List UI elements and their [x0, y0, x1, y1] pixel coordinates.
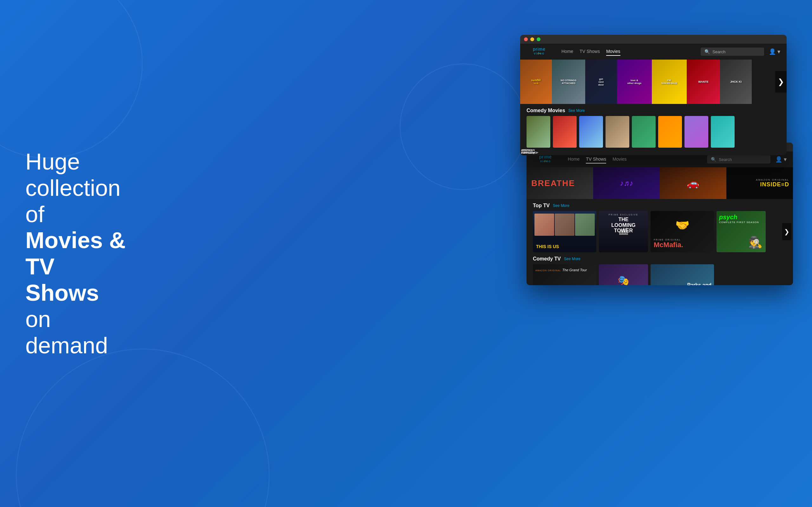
comedy2-icon: 🎭	[618, 275, 629, 285]
poster-strip-next[interactable]: ❯	[775, 71, 786, 93]
breathe-title: BREATHE	[531, 178, 575, 188]
hero-car[interactable]: 🚗	[660, 167, 726, 199]
thumb-mcmafia[interactable]: 🤝 PRIME ORIGINAL McMafia.	[651, 211, 714, 252]
comedy-movies-title: Comedy Movies	[526, 108, 565, 113]
thumb-road-trip[interactable]: ROAD TRIP	[579, 116, 603, 148]
thumb-flipped[interactable]: FLIPPED	[684, 116, 708, 148]
window-tvshows: prime video ⌒ Home TV Shows Movies 🔍 Sea…	[526, 143, 793, 285]
poster-no-strings[interactable]: NO STRINGSATTACHED	[552, 60, 585, 104]
search-icon-top: 🔍	[705, 49, 710, 54]
mcmafia-label: PRIME ORIGINAL McMafia.	[654, 239, 683, 249]
nav-movies-top[interactable]: Movies	[606, 48, 620, 56]
poster-strip-top: நடிகனின்படம் NO STRINGSATTACHED girlnext…	[520, 60, 786, 104]
thumb-this-is-us[interactable]: THIS IS US	[533, 211, 596, 252]
poster-label-3: girlnextdoor	[597, 76, 605, 88]
search-bar-top[interactable]: 🔍 Search	[701, 48, 764, 56]
logo-arrow-top: ⌒	[537, 55, 542, 57]
prime-exclusive: PRIME EXCLUSIVE	[599, 214, 648, 216]
hero-inside-ed[interactable]: AMAZON ORIGINAL INSIDE≡D	[726, 167, 793, 199]
psych-title: psych	[719, 214, 738, 221]
amazon-original-label: AMAZON ORIGINAL	[756, 178, 789, 181]
navbar-top: prime video ⌒ Home TV Shows Movies 🔍 Sea…	[520, 44, 786, 60]
poster-love-drugs[interactable]: love &other drugs	[617, 60, 652, 104]
top-tv-title: Top TV	[533, 203, 550, 209]
car-label: 🚗	[687, 177, 699, 189]
poster-jhck[interactable]: JHCK KI	[720, 60, 752, 104]
nav-links-bottom: Home TV Shows Movies	[568, 155, 707, 164]
parks-rec-title: Parks andRecreation	[685, 282, 711, 285]
thumb-american-pie[interactable]: AMERICANPIE 2	[658, 116, 682, 148]
poster-label-6: WANTE	[697, 79, 710, 84]
comedy-movies-row: KNOCKED UP AIRPLANE! ROAD TRIP ALVIN AND…	[520, 116, 786, 148]
poster-label-5: PIENAKED MILE	[660, 78, 678, 86]
mcmafia-title: McMafia.	[654, 241, 683, 249]
headline-part1: Huge collection of	[26, 149, 140, 227]
poster-indian-film[interactable]: நடிகனின்படம்	[520, 60, 552, 104]
headline-part2: ondemand	[26, 306, 140, 359]
window-movies: prime video ⌒ Home TV Shows Movies 🔍 Sea…	[520, 35, 786, 155]
nav-tvshows-top[interactable]: TV Shows	[579, 48, 600, 56]
prime-logo-top: prime video ⌒	[526, 47, 552, 57]
nav-home-bottom[interactable]: Home	[568, 155, 579, 164]
thumb-more-comedy[interactable]	[711, 116, 734, 148]
psych-label: psych COMPLETE FIRST SEASON	[719, 214, 759, 224]
thumb-knocked-up[interactable]: KNOCKED UP	[526, 116, 550, 148]
thumb-comedy-2[interactable]: 🎭	[599, 264, 648, 285]
comedy-tv-title: Comedy TV	[533, 256, 561, 262]
thumb-looming-tower[interactable]: 🏙 PRIME EXCLUSIVE THELOOMINGTOWER	[599, 211, 648, 252]
comedy-tv-header: Comedy TV See More	[526, 252, 793, 264]
search-text-top: Search	[712, 49, 725, 54]
logo-text-top: prime	[533, 47, 546, 52]
user-icon-bottom[interactable]: 👤 ▾	[775, 156, 786, 163]
dj-label: ♪♬♪	[620, 179, 633, 187]
top-tv-section: THIS IS US 🏙 PRIME EXCLUSIVE THELOOMINGT…	[526, 211, 793, 252]
poster-wanted[interactable]: WANTE	[687, 60, 720, 104]
comedy-movies-see-more[interactable]: See More	[568, 108, 585, 113]
top-tv-row: THIS IS US 🏙 PRIME EXCLUSIVE THELOOMINGT…	[526, 211, 793, 252]
poster-label-2: NO STRINGSATTACHED	[560, 78, 578, 86]
thumb-just-my-luck[interactable]: JUST MYLUCK	[632, 116, 656, 148]
grand-tour-label: AMAZON ORIGINAL The Grand Tour	[536, 267, 587, 273]
looming-tower-label: PRIME EXCLUSIVE THELOOMINGTOWER	[599, 214, 648, 233]
nav-movies-bottom[interactable]: Movies	[612, 155, 626, 164]
inside-ed-title: INSIDE≡D	[760, 181, 789, 188]
hero-breathe[interactable]: BREATHE	[526, 167, 593, 199]
dot-green-top[interactable]	[537, 38, 541, 41]
nav-links-top: Home TV Shows Movies	[561, 48, 701, 56]
thumb-alvin[interactable]: ALVIN ANDCHIPMUNKS	[606, 116, 629, 148]
search-icon-bottom: 🔍	[711, 157, 716, 162]
poster-label-1: நடிகனின்படம்	[530, 77, 542, 86]
poster-label-4: love &other drugs	[626, 78, 643, 86]
poster-pie-naked-mile[interactable]: PIENAKED MILE	[652, 60, 687, 104]
titlebar-top	[520, 35, 786, 44]
windows-container: prime video ⌒ Home TV Shows Movies 🔍 Sea…	[520, 35, 793, 472]
prime-logo-bottom: prime video ⌒	[533, 154, 558, 165]
poster-girl-next-door[interactable]: girlnextdoor	[585, 60, 617, 104]
top-tv-see-more[interactable]: See More	[553, 204, 569, 208]
left-panel: Huge collection of Movies & TVShows onde…	[26, 149, 140, 358]
search-bar-bottom[interactable]: 🔍 Search	[707, 155, 770, 164]
thumb-grand-tour[interactable]: AMAZON ORIGINAL The Grand Tour GT	[533, 264, 596, 285]
comedy-tv-see-more[interactable]: See More	[564, 257, 580, 261]
headline-bold: Movies & TVShows	[26, 227, 140, 306]
comedy-tv-row: AMAZON ORIGINAL The Grand Tour GT 🎭	[526, 264, 793, 285]
top-tv-next[interactable]: ❯	[782, 223, 792, 240]
top-tv-header: Top TV See More	[526, 199, 793, 211]
dot-red-top[interactable]	[524, 38, 528, 41]
dot-yellow-top[interactable]	[530, 38, 534, 41]
amazon-original-grand: AMAZON ORIGINAL	[536, 269, 561, 272]
prime-original: PRIME ORIGINAL	[654, 239, 683, 241]
nav-home-top[interactable]: Home	[561, 48, 573, 56]
search-text-bottom: Search	[719, 157, 732, 162]
thumb-airplane[interactable]: AIRPLANE!	[553, 116, 577, 148]
thumb-psych[interactable]: 🕵️ psych COMPLETE FIRST SEASON	[716, 211, 766, 252]
poster-label-7: JHCK KI	[729, 79, 743, 84]
looming-tower-title: THELOOMINGTOWER	[599, 217, 648, 233]
comedy-movies-header: Comedy Movies See More	[520, 104, 786, 116]
hero-strip: BREATHE ♪♬♪ 🚗 AMAZON ORIGINAL INSIDE≡D	[526, 167, 793, 199]
psych-subtitle: COMPLETE FIRST SEASON	[719, 221, 759, 224]
user-icon-top[interactable]: 👤 ▾	[769, 48, 780, 55]
nav-tvshows-bottom[interactable]: TV Shows	[586, 155, 606, 164]
thumb-parks-rec[interactable]: Parks andRecreation	[651, 264, 714, 285]
hero-dj[interactable]: ♪♬♪	[593, 167, 660, 199]
